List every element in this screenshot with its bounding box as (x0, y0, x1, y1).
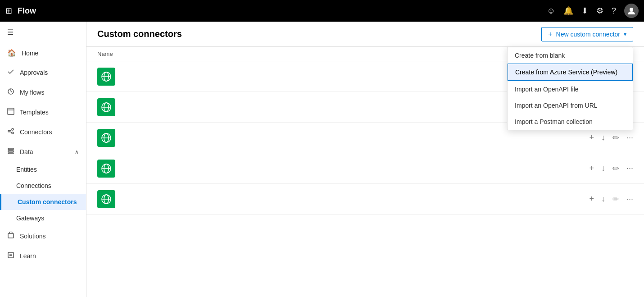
sidebar-item-my-flows-label: My flows (20, 89, 44, 96)
connector-icon-4 (97, 160, 115, 178)
sidebar-item-learn-label: Learn (20, 252, 36, 260)
edit-icon-4[interactable]: ✏ (612, 164, 619, 174)
sidebar-item-connectors-label: Connectors (20, 128, 52, 136)
sidebar-subitem-gateways-label: Gateways (16, 215, 44, 222)
table-row: + ↓ ✏ ··· (86, 184, 644, 215)
home-icon: 🏠 (7, 49, 16, 57)
sidebar-subitem-connections[interactable]: Connections (0, 178, 86, 194)
sidebar-item-approvals-label: Approvals (20, 69, 48, 76)
my-flows-icon (7, 88, 14, 97)
add-icon-5[interactable]: + (589, 194, 594, 204)
smile-icon[interactable]: ☺ (547, 6, 555, 16)
more-icon-5[interactable]: ··· (626, 194, 633, 204)
svg-point-0 (630, 8, 633, 11)
download-icon-5[interactable]: ↓ (601, 194, 605, 204)
svg-rect-2 (8, 108, 14, 114)
col-name-header: Name (97, 50, 113, 57)
new-connector-dropdown: Create from blank Create from Azure Serv… (507, 47, 633, 130)
svg-rect-9 (8, 148, 14, 150)
help-icon[interactable]: ? (612, 6, 616, 16)
dropdown-item-create-azure[interactable]: Create from Azure Service (Preview) (508, 64, 633, 81)
content-header: Custom connectors + New custom connector… (86, 22, 644, 47)
solutions-icon (7, 232, 14, 241)
svg-rect-12 (8, 233, 14, 238)
content-area: Custom connectors + New custom connector… (86, 22, 644, 297)
connector-icon-5 (97, 190, 115, 208)
chevron-down-icon: ▾ (624, 31, 626, 37)
plus-icon: + (548, 30, 552, 38)
dropdown-item-create-blank[interactable]: Create from blank (508, 47, 633, 64)
sidebar-item-home[interactable]: 🏠 Home (0, 43, 86, 63)
top-nav-left: ⊞ Flow (5, 6, 36, 16)
svg-rect-13 (8, 252, 14, 258)
sidebar-header: ☰ (0, 22, 86, 43)
waffle-icon[interactable]: ⊞ (5, 6, 12, 16)
sidebar-item-templates[interactable]: Templates (0, 102, 86, 122)
download-icon-3[interactable]: ↓ (601, 133, 605, 142)
svg-point-4 (8, 130, 10, 132)
sidebar-item-approvals[interactable]: Approvals (0, 63, 86, 82)
edit-icon-3[interactable]: ✏ (612, 133, 619, 143)
more-icon-3[interactable]: ··· (626, 133, 633, 142)
row-actions-4: + ↓ ✏ ··· (589, 164, 633, 174)
svg-line-7 (10, 130, 12, 131)
table-row: + ↓ ✏ ··· (86, 153, 644, 184)
sidebar-item-solutions[interactable]: Solutions (0, 226, 86, 246)
svg-point-5 (12, 128, 14, 130)
download-icon-4[interactable]: ↓ (601, 164, 605, 173)
connectors-icon (7, 128, 14, 137)
dropdown-item-import-postman[interactable]: Import a Postman collection (508, 114, 633, 130)
row-actions-5: + ↓ ✏ ··· (589, 194, 633, 204)
avatar[interactable] (624, 4, 639, 18)
templates-icon (7, 108, 14, 117)
sidebar-subitem-connections-label: Connections (16, 182, 51, 189)
app-title: Flow (18, 6, 36, 16)
sidebar-subitem-custom-connectors-label: Custom connectors (18, 198, 77, 206)
data-chevron-icon: ∧ (75, 149, 79, 155)
row-actions-3: + ↓ ✏ ··· (589, 133, 633, 143)
sidebar: ☰ 🏠 Home Approvals My flows Templates (0, 22, 86, 297)
download-icon[interactable]: ⬇ (581, 6, 588, 16)
add-icon-4[interactable]: + (589, 164, 594, 173)
top-nav-right: ☺ 🔔 ⬇ ⚙ ? (547, 4, 639, 18)
add-icon-3[interactable]: + (589, 133, 594, 142)
sidebar-item-my-flows[interactable]: My flows (0, 82, 86, 102)
more-icon-4[interactable]: ··· (626, 164, 633, 173)
sidebar-subitem-entities-label: Entities (16, 166, 37, 173)
svg-line-8 (10, 132, 12, 133)
settings-icon[interactable]: ⚙ (596, 6, 603, 16)
sidebar-item-connectors[interactable]: Connectors (0, 122, 86, 142)
edit-icon-5[interactable]: ✏ (612, 194, 619, 204)
svg-point-6 (12, 132, 14, 134)
data-icon (7, 147, 14, 156)
dropdown-item-import-openapi-file[interactable]: Import an OpenAPI file (508, 81, 633, 97)
sidebar-item-home-label: Home (22, 50, 38, 57)
hamburger-icon[interactable]: ☰ (7, 28, 14, 37)
dropdown-item-import-openapi-url[interactable]: Import an OpenAPI from URL (508, 97, 633, 114)
sidebar-item-templates-label: Templates (20, 109, 49, 116)
sidebar-item-solutions-label: Solutions (20, 233, 46, 240)
page-title: Custom connectors (97, 29, 182, 39)
approvals-icon (7, 68, 14, 77)
top-nav: ⊞ Flow ☺ 🔔 ⬇ ⚙ ? (0, 0, 644, 22)
connector-icon-1 (97, 68, 115, 86)
sidebar-item-data-label: Data (20, 148, 33, 155)
svg-rect-11 (8, 153, 14, 154)
main-layout: ☰ 🏠 Home Approvals My flows Templates (0, 22, 644, 297)
svg-rect-10 (8, 151, 14, 152)
new-connector-btn-label: New custom connector (556, 31, 620, 38)
sidebar-subitem-entities[interactable]: Entities (0, 161, 86, 178)
new-custom-connector-button[interactable]: + New custom connector ▾ (541, 27, 633, 41)
connector-icon-2 (97, 98, 115, 116)
sidebar-subitem-custom-connectors[interactable]: Custom connectors (0, 194, 86, 210)
sidebar-item-learn[interactable]: Learn (0, 246, 86, 266)
sidebar-item-data[interactable]: Data ∧ (0, 142, 86, 161)
learn-icon (7, 251, 14, 260)
connector-icon-3 (97, 129, 115, 147)
sidebar-subitem-gateways[interactable]: Gateways (0, 210, 86, 226)
bell-icon[interactable]: 🔔 (563, 6, 573, 16)
